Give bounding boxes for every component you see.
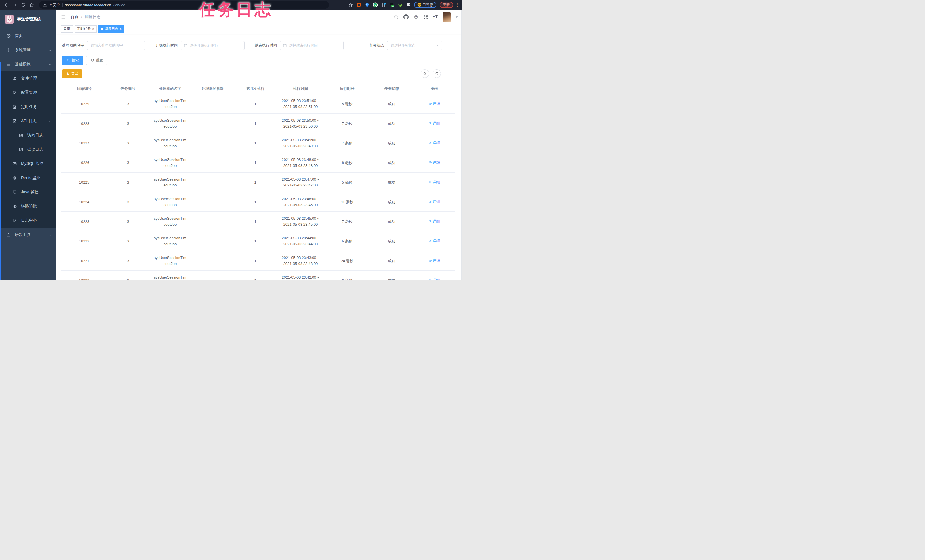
sidebar-item-java-monitor[interactable]: Java 监控 xyxy=(0,185,56,199)
security-warning-icon[interactable] xyxy=(43,3,47,7)
puzzle-extension-icon[interactable] xyxy=(406,2,411,8)
bookmark-star-icon[interactable] xyxy=(348,3,353,8)
reset-button[interactable]: 重置 xyxy=(86,56,107,65)
url-path[interactable]: /job/log xyxy=(113,3,125,7)
collapse-sidebar-icon[interactable] xyxy=(61,15,66,20)
url-host[interactable]: dashboard.yudao.iocoder.cn xyxy=(65,3,111,7)
cell-handler-param xyxy=(191,133,234,153)
app-logo-row[interactable]: 芋道管理系统 xyxy=(0,10,56,29)
reload-icon[interactable] xyxy=(21,3,26,7)
detail-link[interactable]: 详细 xyxy=(428,101,440,107)
detail-link[interactable]: 详细 xyxy=(428,199,440,205)
cell-job-id: 3 xyxy=(107,251,149,271)
sidebar-item-api-log[interactable]: API 日志 xyxy=(0,114,56,128)
sidebar-item-trace[interactable]: 链路追踪 xyxy=(0,199,56,214)
svg-text:y: y xyxy=(375,3,376,6)
detail-link[interactable]: 详细 xyxy=(428,160,440,166)
cell-status: 成功 xyxy=(370,94,413,114)
filter-label-job-status: 任务状态 xyxy=(369,43,384,48)
close-icon[interactable]: × xyxy=(120,27,122,31)
font-size-icon[interactable]: TT xyxy=(433,15,438,20)
tab-schedule-log[interactable]: 调度日志 × xyxy=(98,25,124,33)
on-badge-extension-icon[interactable]: on xyxy=(389,2,395,8)
orange-ring-extension-icon[interactable] xyxy=(356,2,362,8)
sidebar-item-config-management[interactable]: 配置管理 xyxy=(0,86,56,100)
home-icon[interactable] xyxy=(29,3,34,8)
leaf-extension-icon[interactable] xyxy=(398,2,403,8)
detail-link[interactable]: 详细 xyxy=(428,140,440,146)
toggle-search-button[interactable] xyxy=(420,69,429,78)
grid-extension-icon[interactable] xyxy=(381,2,386,8)
sidebar-item-log-center[interactable]: 日志中心 xyxy=(0,214,56,228)
sidebar-item-scheduled-jobs[interactable]: 定时任务 xyxy=(0,100,56,114)
sidebar-item-infra[interactable]: 基础设施 xyxy=(0,57,56,71)
sidebar-item-home[interactable]: 首页 xyxy=(0,29,56,43)
sidebar-item-mysql-monitor[interactable]: MySQL 监控 xyxy=(0,157,56,171)
detail-link[interactable]: 详细 xyxy=(428,257,440,263)
cell-actions: 详细 xyxy=(413,212,455,231)
eye-icon xyxy=(428,180,432,184)
chevron-down-icon[interactable] xyxy=(455,17,458,18)
detail-link[interactable]: 详细 xyxy=(428,120,440,126)
search-button[interactable]: 搜索 xyxy=(62,56,83,65)
export-button[interactable]: 导出 xyxy=(62,69,82,78)
detail-link[interactable]: 详细 xyxy=(428,218,440,224)
security-label[interactable]: 不安全 xyxy=(49,3,60,8)
cell-duration: 6 毫秒 xyxy=(324,231,370,251)
green-y-extension-icon[interactable]: y xyxy=(373,2,378,8)
cell-handler-param xyxy=(191,192,234,212)
cell-duration: 7 毫秒 xyxy=(324,212,370,231)
avatar[interactable] xyxy=(443,12,451,23)
start-time-input[interactable] xyxy=(188,41,244,50)
search-icon xyxy=(423,72,427,75)
detail-link[interactable]: 详细 xyxy=(428,238,440,244)
help-icon[interactable]: ? xyxy=(413,15,419,20)
start-time-picker[interactable] xyxy=(181,41,244,50)
sidebar-item-redis-monitor[interactable]: Redis 监控 xyxy=(0,171,56,185)
sidebar-item-error-log[interactable]: 错误日志 xyxy=(0,142,56,157)
cell-execute-index: 1 xyxy=(234,251,277,271)
search-icon[interactable] xyxy=(394,15,399,20)
handler-name-input[interactable] xyxy=(87,41,145,50)
eye-icon xyxy=(428,141,432,145)
cell-status: 成功 xyxy=(370,212,413,231)
col-handler-name: 处理器的名字 xyxy=(149,83,191,94)
refresh-icon xyxy=(435,72,439,75)
blue-bulb-extension-icon[interactable] xyxy=(365,2,370,8)
tab-scheduled-jobs[interactable]: 定时任务 × xyxy=(74,25,97,33)
detail-link[interactable]: 详细 xyxy=(428,179,440,185)
forward-icon[interactable] xyxy=(12,3,17,8)
eye-icon xyxy=(428,200,432,203)
tab-home[interactable]: 首页 xyxy=(61,25,73,33)
paused-badge[interactable]: 已暂停 xyxy=(414,2,437,8)
sidebar-item-access-log[interactable]: 访问日志 xyxy=(0,128,56,142)
browser-menu-icon[interactable] xyxy=(456,3,459,7)
github-icon[interactable] xyxy=(404,15,408,20)
back-icon[interactable] xyxy=(4,3,9,8)
edit-square-icon xyxy=(12,90,17,95)
job-status-select[interactable]: 请选择任务状态 xyxy=(387,41,443,50)
eye-icon xyxy=(428,239,432,243)
close-icon[interactable]: × xyxy=(92,27,94,31)
update-button[interactable]: 更新 xyxy=(440,2,453,8)
cell-actions: 详细 xyxy=(413,231,455,251)
end-time-picker[interactable] xyxy=(280,41,344,50)
cell-execute-index: 1 xyxy=(234,173,277,192)
sidebar-item-dev-tools[interactable]: 研发工具 xyxy=(0,228,56,242)
breadcrumb-home[interactable]: 首页 xyxy=(71,15,78,20)
cell-execute-time: 2021-05-03 23:48:00 ~ 2021-05-03 23:48:0… xyxy=(277,153,324,173)
fullscreen-icon[interactable] xyxy=(423,15,428,20)
detail-link[interactable]: 详细 xyxy=(428,277,440,280)
scrollbar-track[interactable] xyxy=(461,10,462,280)
window-edge-accent xyxy=(0,62,1,280)
address-bar[interactable]: 不安全 dashboard.yudao.iocoder.cn/job/log xyxy=(39,1,329,9)
breadcrumb: 首页 / 调度日志 xyxy=(71,15,101,20)
refresh-table-button[interactable] xyxy=(432,69,441,78)
cloud-upload-icon xyxy=(12,76,17,81)
cell-handler-param xyxy=(191,212,234,231)
sidebar-item-system[interactable]: 系统管理 xyxy=(0,43,56,57)
cell-handler-param xyxy=(191,231,234,251)
edit-square-icon xyxy=(19,147,23,152)
sidebar-item-file-management[interactable]: 文件管理 xyxy=(0,71,56,86)
end-time-input[interactable] xyxy=(287,41,343,50)
